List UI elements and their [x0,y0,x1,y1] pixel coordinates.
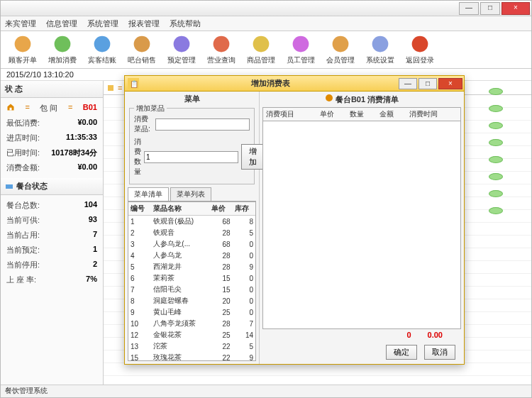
order-icon [325,94,333,102]
table-dot[interactable] [489,139,503,146]
svg-point-3 [134,36,150,52]
goods-icon [251,34,271,54]
toolbar-bar-button[interactable]: 吧台销售 [123,32,161,67]
menu-info[interactable]: 信息管理 [46,18,77,29]
table-status-row: 当前预定:1 [5,243,99,258]
menu-row[interactable]: 10八角亭龙须茶287 [128,318,255,329]
item-input[interactable] [155,118,250,131]
svg-point-5 [214,36,230,52]
status-row: 进店时间:11:35:33 [5,131,99,145]
menu-row[interactable]: 6茉莉茶150 [128,272,255,284]
ok-button[interactable]: 确定 [386,345,417,360]
menu-help[interactable]: 系统帮助 [170,18,201,29]
menu-row[interactable]: 13沱茶225 [128,341,255,352]
staff-icon [291,34,311,54]
table-status-row: 上 座 率:7% [5,272,99,287]
settings-icon [370,34,390,54]
status-row: 消费金额:¥0.00 [5,160,99,175]
toolbar: 顾客开单增加消费宾客结账吧台销售预定管理营业查询商品管理员工管理会员管理系统设置… [1,31,531,69]
menu-list[interactable]: 编号 菜品名称 单价 库存 1铁观音(极品)6882铁观音2853人参乌龙(..… [128,201,256,361]
table-dot[interactable] [489,173,503,180]
menu-system[interactable]: 系统管理 [87,18,118,29]
svg-point-0 [15,36,31,52]
svg-point-10 [412,36,428,52]
menu-row[interactable]: 2铁观音285 [128,227,255,238]
maximize-button[interactable]: □ [480,2,500,15]
checkout-icon [92,34,112,54]
dialog-title: 增加消费表 [142,78,399,89]
table-dot[interactable] [489,156,503,163]
statusbar: 餐饮管理系统 [1,385,531,397]
menu-row[interactable]: 3人参乌龙(...680 [128,238,255,250]
table-status-row: 当前停用:2 [5,258,99,272]
table-dot[interactable] [489,207,503,214]
menu-row[interactable]: 7信阳毛尖150 [128,284,255,295]
toolbar-staff-button[interactable]: 员工管理 [282,32,320,67]
add-button[interactable]: 增加 [241,144,265,170]
menu-guest[interactable]: 来宾管理 [5,18,36,29]
consume-list[interactable]: 消费项目 单价 数量 金额 消费时间 [262,107,461,329]
menu-row[interactable]: 12金银花茶2514 [128,329,255,341]
menu-row[interactable]: 1铁观音(极品)688 [128,216,255,228]
menu-tabs: 菜单清单 菜单列表 [128,187,256,201]
cancel-button[interactable]: 取消 [424,345,455,360]
close-button[interactable]: × [501,2,530,15]
toolbar-goods-button[interactable]: 商品管理 [242,32,280,67]
menu-row[interactable]: 8洞庭碧螺春200 [128,295,255,306]
add-item-groupbox: 增加菜品 消费菜品: 消费数量 增加 [129,108,255,184]
exit-icon [410,34,430,54]
dialog-minimize-button[interactable]: — [399,78,417,89]
status-row: 最低消费:¥0.00 [5,116,99,131]
menu-report[interactable]: 报表管理 [128,18,160,29]
add-consume-dialog: 📋 增加消费表 — □ × 菜单 增加菜品 消费菜品: 消费数量 增加 菜单清单 [124,75,465,365]
dialog-titlebar[interactable]: 📋 增加消费表 — □ × [125,76,464,92]
svg-point-1 [55,36,71,52]
calendar-icon [172,34,192,54]
item-label: 消费菜品: [134,114,153,134]
table-status-row: 当前可供:93 [5,213,99,228]
toolbar-checkout-button[interactable]: 宾客结账 [83,32,121,67]
table-dot[interactable] [489,105,503,112]
svg-point-4 [174,36,190,52]
minimize-button[interactable]: — [459,2,479,15]
guest-icon [13,34,33,54]
area-color-icon [108,85,113,91]
table-dot[interactable] [489,190,503,197]
bar-icon [132,34,152,54]
qty-input[interactable] [144,151,238,163]
menu-row[interactable]: 15玫瑰花茶229 [128,352,255,361]
table-status-row: 当前占用:7 [5,228,99,243]
svg-rect-11 [6,184,13,189]
toolbar-settings-button[interactable]: 系统设置 [361,32,399,67]
toolbar-gear-button[interactable]: 营业查询 [202,32,240,67]
toolbar-exit-button[interactable]: 返回登录 [401,32,439,67]
menubar: 来宾管理 信息管理 系统管理 报表管理 系统帮助 [1,16,531,31]
status-row: 已用时间:10178时34分 [5,145,99,160]
dialog-maximize-button[interactable]: □ [419,78,437,89]
dialog-close-button[interactable]: × [438,78,462,89]
toolbar-plus-button[interactable]: 增加消费 [43,32,82,67]
svg-point-14 [326,94,333,101]
gear-icon [211,34,231,54]
toolbar-calendar-button[interactable]: 预定管理 [162,32,201,67]
table-dot[interactable] [489,122,503,129]
table-status-dots [489,88,503,214]
tab-menu-table[interactable]: 菜单列表 [170,187,211,201]
order-header: 餐台B01 消费清单 [260,92,464,107]
menu-row[interactable]: 5西湖龙井289 [128,261,255,272]
dialog-icon: 📋 [128,78,139,89]
svg-point-8 [333,36,349,52]
table-dot[interactable] [489,88,503,95]
toolbar-guest-button[interactable]: 顾客开单 [4,32,42,67]
svg-point-6 [253,36,270,52]
tab-menu-list[interactable]: 菜单清单 [128,187,169,201]
home-icon [6,103,15,111]
svg-point-7 [293,36,309,52]
menu-row[interactable]: 4人参乌龙280 [128,250,255,261]
status-header: 状 态 [1,81,103,98]
menu-row[interactable]: 9黄山毛峰250 [128,306,255,318]
totals-row: 0 0.00 [260,329,464,341]
main-titlebar: — □ × [1,1,531,16]
room-row: = 包 间 = B01 [5,101,99,116]
toolbar-member-button[interactable]: 会员管理 [321,32,360,67]
